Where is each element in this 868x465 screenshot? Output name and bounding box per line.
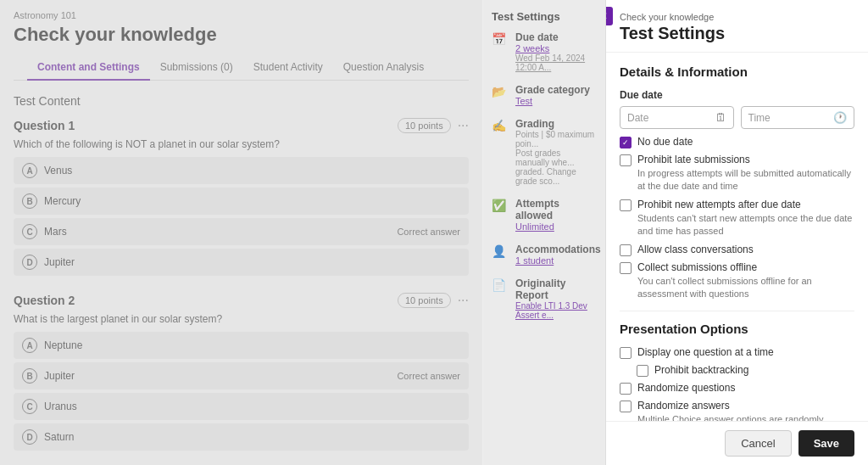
date-input[interactable]: Date 🗓 [620,106,734,129]
randomize-questions-label: Randomize questions [637,382,735,394]
right-title: Test Settings [620,24,854,43]
question-2-title: Question 2 [14,294,75,307]
attempts-icon: ✅ [492,199,509,216]
time-input[interactable]: Time 🕐 [741,106,855,129]
no-due-date-row[interactable]: No due date [620,136,854,148]
folder-icon: 📂 [492,85,509,102]
randomize-questions-checkbox[interactable] [620,383,632,395]
save-button[interactable]: Save [798,430,854,457]
mid-due-date-sub: Wed Feb 14, 2024 12:00 A... [515,53,597,72]
q1-answer-d[interactable]: D Jupiter [14,249,469,276]
mid-grade-value[interactable]: Test [515,96,590,106]
originality-icon: 📄 [492,278,509,295]
question-2-points: 10 points [398,293,451,308]
tab-student-activity[interactable]: Student Activity [243,54,333,80]
collect-offline-row[interactable]: Collect submissions offline You can't co… [620,261,854,301]
display-one-checkbox[interactable] [620,347,632,359]
presentation-section-title: Presentation Options [620,322,854,336]
q1-answer-a[interactable]: A Venus [14,157,469,184]
prohibit-new-desc: Students can't start new attempts once t… [637,212,854,238]
mid-attempts-value[interactable]: Unlimited [515,221,597,232]
section-divider [620,311,854,311]
grading-icon: ✍️ [492,119,509,136]
tab-question-analysis[interactable]: Question Analysis [333,54,434,80]
q2-answer-d[interactable]: D Saturn [14,423,469,451]
q2-c-text: Uranus [44,401,77,412]
prohibit-late-label: Prohibit late submissions [637,154,854,165]
prohibit-new-row[interactable]: Prohibit new attempts after due date Stu… [620,199,854,238]
close-button[interactable]: ✕ [605,7,613,25]
q1-answer-c[interactable]: C Mars Correct answer [14,218,469,245]
mid-originality[interactable]: 📄 Originality Report Enable LTI 1.3 Dev … [492,277,597,320]
question-1-block: Question 1 10 points ··· Which of the fo… [14,118,469,276]
page-title: Check your knowledge [14,24,469,46]
no-due-date-checkbox[interactable] [620,137,632,148]
mid-accom-value[interactable]: 1 student [515,255,601,266]
collect-offline-checkbox[interactable] [620,262,632,274]
right-panel: ✕ Check your knowledge Test Settings Det… [605,0,868,465]
randomize-questions-row[interactable]: Randomize questions [620,382,854,395]
prohibit-late-desc: In progress attempts will be submitted a… [637,167,854,193]
question-1-title: Question 1 [14,119,75,132]
prohibit-backtrack-checkbox[interactable] [637,365,648,377]
prohibit-new-label: Prohibit new attempts after due date [637,199,854,210]
display-one-row[interactable]: Display one question at a time [620,346,854,359]
q2-answer-a[interactable]: A Neptune [14,332,469,359]
accommodations-icon: 👤 [492,244,509,261]
q2-answer-c[interactable]: C Uranus [14,393,469,420]
mid-attempts[interactable]: ✅ Attempts allowed Unlimited [492,198,597,232]
mid-due-date-value[interactable]: 2 weeks [515,43,597,53]
q2-b-text: Jupiter [44,370,75,382]
date-row: Date 🗓 Time 🕐 [620,106,854,129]
cancel-button[interactable]: Cancel [725,430,791,457]
prohibit-late-checkbox[interactable] [620,154,632,166]
q2-a-circle: A [22,338,37,353]
q1-b-text: Mercury [44,195,81,207]
question-2-block: Question 2 10 points ··· What is the lar… [14,293,469,451]
mid-accom-label: Accommodations [515,244,601,255]
q1-c-circle: C [22,224,37,239]
right-breadcrumb: Check your knowledge [620,12,854,22]
mid-orig-label: Originality Report [515,277,597,301]
mid-due-date-label: Due date [515,31,597,43]
details-section-title: Details & Information [620,64,854,79]
q2-answer-b[interactable]: B Jupiter Correct answer [14,362,469,389]
mid-accommodations[interactable]: 👤 Accommodations 1 student [492,244,597,266]
prohibit-new-checkbox[interactable] [620,199,632,211]
mid-grade-label: Grade category [515,84,590,96]
due-date-field-label: Due date [620,89,854,101]
tab-content-settings[interactable]: Content and Settings [27,54,150,80]
mid-grading-value: Points | $0 maximum poin... [515,130,597,148]
randomize-answers-checkbox[interactable] [620,401,632,412]
prohibit-late-row[interactable]: Prohibit late submissions In progress at… [620,154,854,193]
mid-grading[interactable]: ✍️ Grading Points | $0 maximum poin... P… [492,118,597,186]
mid-orig-value[interactable]: Enable LTI 1.3 Dev Assert e... [515,301,597,320]
q2-correct-label: Correct answer [397,371,460,381]
q1-b-circle: B [22,193,37,209]
q1-a-circle: A [22,163,37,178]
breadcrumb: Astronomy 101 [14,10,469,20]
tab-submissions[interactable]: Submissions (0) [150,54,243,80]
q1-correct-label: Correct answer [397,227,460,237]
clock-icon: 🕐 [833,111,847,124]
question-1-more-icon[interactable]: ··· [458,118,469,133]
collect-offline-label: Collect submissions offline [637,261,854,273]
allow-conversations-label: Allow class conversations [637,244,754,255]
prohibit-backtrack-row[interactable]: Prohibit backtracking [620,364,854,377]
test-content-label: Test Content [14,94,469,108]
q1-c-text: Mars [44,226,67,238]
q2-d-text: Saturn [44,431,74,443]
mid-settings-title: Test Settings [492,10,597,23]
q2-a-text: Neptune [44,339,82,351]
time-placeholder: Time [748,112,771,124]
q1-answer-b[interactable]: B Mercury [14,188,469,215]
question-2-more-icon[interactable]: ··· [458,293,469,308]
calendar-icon: 📅 [492,32,509,49]
collect-offline-desc: You can't collect submissions offline fo… [637,275,854,301]
allow-conversations-checkbox[interactable] [620,244,632,256]
mid-due-date[interactable]: 📅 Due date 2 weeks Wed Feb 14, 2024 12:0… [492,31,597,72]
mid-grade-category[interactable]: 📂 Grade category Test [492,84,597,106]
allow-conversations-row[interactable]: Allow class conversations [620,244,854,256]
q2-c-circle: C [22,399,37,414]
mid-grading-label: Grading [515,118,597,130]
